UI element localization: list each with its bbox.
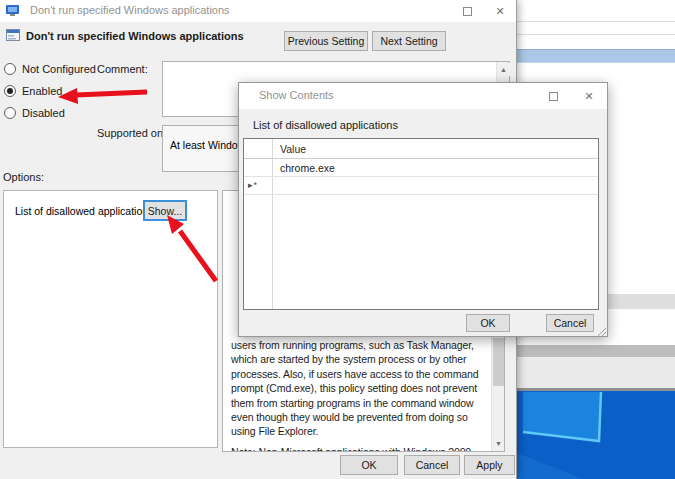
next-setting-button[interactable]: Next Setting — [372, 31, 446, 51]
table-cell-value[interactable]: chrome.exe — [244, 159, 335, 177]
apply-button[interactable]: Apply — [464, 455, 515, 475]
radio-enabled[interactable]: Enabled — [4, 84, 62, 97]
help-paragraph-note: Note: Non-Microsoft applications with Wi… — [231, 445, 483, 452]
maximize-icon[interactable] — [451, 0, 483, 22]
show-contents-titlebar[interactable]: Show Contents ✕ — [239, 83, 607, 109]
policy-setting-name: Don't run specified Windows applications — [26, 30, 244, 42]
disallowed-list-label: List of disallowed applications — [15, 205, 153, 217]
radio-disabled-label: Disabled — [22, 107, 65, 119]
previous-setting-button[interactable]: Previous Setting — [284, 31, 368, 51]
bg-highlight-band — [601, 294, 675, 309]
ok-button[interactable]: OK — [340, 455, 398, 475]
show-contents-ok-button[interactable]: OK — [466, 314, 510, 332]
scroll-down-icon[interactable]: ▼ — [492, 437, 505, 450]
bg-row-divider — [517, 21, 675, 22]
new-row-icon: ▸* — [248, 180, 258, 190]
disallowed-apps-table[interactable]: Value chrome.exe ▸* — [243, 138, 599, 310]
table-new-row[interactable]: ▸* — [244, 177, 598, 195]
bg-row-divider — [517, 34, 675, 35]
main-window-title: Don't run specified Windows applications — [30, 4, 230, 16]
show-contents-dialog: Show Contents ✕ List of disallowed appli… — [238, 82, 608, 337]
close-icon[interactable]: ✕ — [573, 85, 605, 107]
resize-grip-icon[interactable] — [596, 326, 606, 336]
radio-enabled-circle[interactable] — [4, 85, 16, 97]
options-panel: List of disallowed applications Show... — [3, 190, 218, 448]
help-text: users from running programs, such as Tas… — [231, 338, 483, 452]
desktop-wallpaper — [517, 391, 675, 479]
bg-selected-row[interactable] — [517, 49, 675, 63]
policy-setting-icon — [6, 29, 20, 41]
main-titlebar[interactable]: Don't run specified Windows applications… — [0, 0, 516, 22]
help-scrollbar-thumb[interactable] — [493, 338, 504, 386]
table-header-row: Value — [244, 139, 598, 159]
desktop-light-beam — [517, 391, 675, 479]
radio-not-configured[interactable]: Not Configured — [4, 62, 96, 75]
comment-label: Comment: — [97, 63, 148, 75]
radio-disabled-circle[interactable] — [4, 107, 16, 119]
radio-enabled-label: Enabled — [22, 85, 62, 97]
value-column-header[interactable]: Value — [244, 139, 306, 159]
options-label: Options: — [3, 171, 44, 183]
supported-on-label: Supported on: — [97, 127, 166, 139]
screenshot-root: ents 00 ng launched from d welcome scree… — [0, 0, 675, 479]
show-contents-cancel-button[interactable]: Cancel — [546, 314, 594, 332]
help-paragraph: users from running programs, such as Tas… — [231, 338, 483, 439]
show-button[interactable]: Show... — [143, 200, 187, 221]
app-icon — [6, 5, 19, 17]
maximize-icon[interactable] — [537, 85, 569, 107]
cancel-button[interactable]: Cancel — [404, 455, 460, 475]
bg-window-band-dark — [517, 345, 675, 357]
table-row[interactable]: chrome.exe — [244, 159, 598, 177]
scroll-up-icon[interactable]: ▲ — [497, 63, 510, 76]
close-icon[interactable]: ✕ — [484, 0, 516, 22]
radio-not-configured-circle[interactable] — [4, 63, 16, 75]
radio-not-configured-label: Not Configured — [22, 63, 96, 75]
show-contents-list-label: List of disallowed applications — [253, 119, 398, 131]
bg-window-band-light — [517, 357, 675, 388]
show-contents-title: Show Contents — [259, 89, 334, 101]
radio-disabled[interactable]: Disabled — [4, 106, 65, 119]
